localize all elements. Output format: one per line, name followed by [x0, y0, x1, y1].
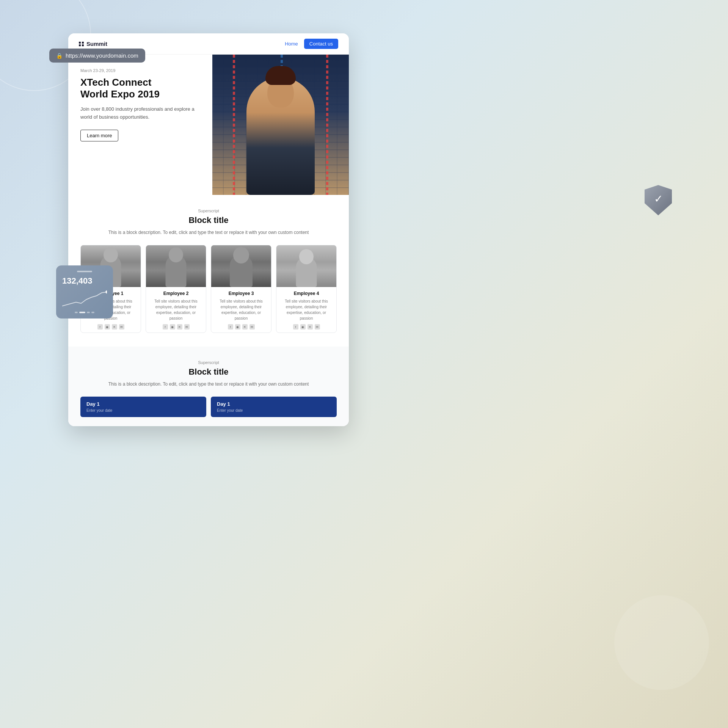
- contact-button[interactable]: Contact us: [304, 39, 338, 49]
- employee-3-bio: Tell site visitors about this employee, …: [215, 298, 267, 321]
- lock-icon: 🔒: [56, 53, 63, 59]
- employee-4-photo: [276, 245, 336, 287]
- chart-area: [62, 289, 107, 308]
- chart-svg: [62, 289, 107, 308]
- social-x[interactable]: ✕: [112, 324, 117, 329]
- team-superscript: Superscript: [80, 209, 337, 213]
- hero-section: March 23-29, 2019 XTech Connect World Ex…: [68, 55, 349, 195]
- social-fb-3[interactable]: f: [228, 324, 233, 329]
- bg-decoration-br: [614, 595, 709, 690]
- learn-more-button[interactable]: Learn more: [80, 130, 118, 141]
- day-card-2-title: Day 1: [217, 401, 331, 407]
- second-superscript: Superscript: [80, 360, 337, 365]
- social-x-4[interactable]: ✕: [308, 324, 313, 329]
- svg-point-0: [105, 290, 107, 293]
- social-ig[interactable]: ◉: [105, 324, 110, 329]
- social-email-3[interactable]: ✉: [249, 324, 255, 329]
- team-grid: Employee 1 Tell site visitors about this…: [80, 245, 337, 333]
- second-section-description: This is a block description. To edit, cl…: [80, 381, 337, 388]
- social-email-4[interactable]: ✉: [315, 324, 320, 329]
- social-fb[interactable]: f: [97, 324, 103, 329]
- day-card-1[interactable]: Day 1 Enter your date: [80, 397, 206, 417]
- employee-4-body: Employee 4 Tell site visitors about this…: [276, 287, 336, 333]
- shield-check-icon: ✓: [654, 193, 663, 205]
- team-card-4: Employee 4 Tell site visitors about this…: [276, 245, 337, 333]
- employee-2-name: Employee 2: [150, 291, 202, 296]
- url-text: https://www.yourdomain.com: [66, 52, 138, 59]
- employee-1-socials: f ◉ ✕ ✉: [85, 324, 137, 329]
- nav-logo: Summit: [79, 41, 107, 47]
- employee-4-socials: f ◉ ✕ ✉: [280, 324, 333, 329]
- employee-3-socials: f ◉ ✕ ✉: [215, 324, 267, 329]
- card-dots: [62, 312, 107, 313]
- logo-icon: [79, 42, 84, 46]
- social-x-2[interactable]: ✕: [177, 324, 182, 329]
- shield-badge: ✓: [645, 185, 672, 215]
- employee-2-socials: f ◉ ✕ ✉: [150, 324, 202, 329]
- employee-3-body: Employee 3 Tell site visitors about this…: [211, 287, 271, 333]
- day-card-1-subtitle: Enter your date: [86, 408, 200, 413]
- social-x-3[interactable]: ✕: [242, 324, 248, 329]
- team-section-title: Block title: [80, 215, 337, 225]
- employee-3-photo: [211, 245, 271, 287]
- day-card-2[interactable]: Day 1 Enter your date: [211, 397, 337, 417]
- hero-title: XTech Connect World Expo 2019: [80, 77, 200, 100]
- url-bar[interactable]: 🔒 https://www.yourdomain.com: [49, 49, 145, 63]
- day-card-1-title: Day 1: [86, 401, 200, 407]
- nav-home-link[interactable]: Home: [285, 41, 298, 47]
- day-cards-grid: Day 1 Enter your date Day 1 Enter your d…: [80, 397, 337, 417]
- team-section-description: This is a block description. To edit, cl…: [80, 229, 337, 236]
- social-email[interactable]: ✉: [119, 324, 124, 329]
- employee-4-name: Employee 4: [280, 291, 333, 296]
- dot-1: [75, 312, 78, 313]
- nav-links: Home Contact us: [285, 39, 338, 49]
- social-fb-4[interactable]: f: [293, 324, 298, 329]
- dot-2: [79, 312, 85, 313]
- second-section-title: Block title: [80, 367, 337, 377]
- stats-card: 132,403: [56, 265, 113, 318]
- dot-4: [91, 312, 94, 313]
- hero-content: March 23-29, 2019 XTech Connect World Ex…: [68, 55, 212, 195]
- browser-window: Summit Home Contact us March 23-29, 2019…: [68, 33, 349, 426]
- second-block-section: Superscript Block title This is a block …: [68, 347, 349, 426]
- social-ig-3[interactable]: ◉: [235, 324, 240, 329]
- employee-2-photo: [146, 245, 206, 287]
- social-ig-4[interactable]: ◉: [300, 324, 306, 329]
- employee-4-bio: Tell site visitors about this employee, …: [280, 298, 333, 321]
- hero-date: March 23-29, 2019: [80, 68, 200, 73]
- stat-number: 132,403: [62, 276, 107, 286]
- social-fb-2[interactable]: f: [163, 324, 168, 329]
- team-card-3: Employee 3 Tell site visitors about this…: [211, 245, 271, 333]
- team-card-2: Employee 2 Tell site visitors about this…: [146, 245, 206, 333]
- employee-2-bio: Tell site visitors about this employee, …: [150, 298, 202, 321]
- hero-image: [212, 55, 349, 195]
- social-ig-2[interactable]: ◉: [170, 324, 175, 329]
- dot-3: [87, 312, 90, 313]
- card-handle: [77, 271, 92, 272]
- employee-2-body: Employee 2 Tell site visitors about this…: [146, 287, 206, 333]
- logo-text: Summit: [86, 41, 107, 47]
- social-email-2[interactable]: ✉: [184, 324, 190, 329]
- day-card-2-subtitle: Enter your date: [217, 408, 331, 413]
- employee-3-name: Employee 3: [215, 291, 267, 296]
- hero-description: Join over 8,800 industry professionals a…: [80, 105, 200, 121]
